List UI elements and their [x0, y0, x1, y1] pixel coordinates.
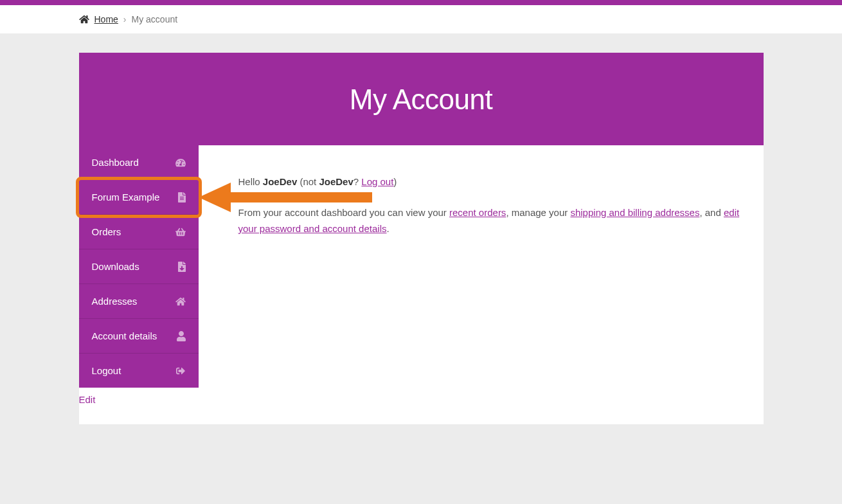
breadcrumb-home-link[interactable]: Home	[94, 14, 118, 24]
sidebar-item-addresses[interactable]: Addresses	[79, 284, 199, 319]
basket-icon	[175, 228, 186, 237]
main-card: My Account Dashboard Forum Example	[79, 53, 764, 388]
user-icon	[177, 331, 186, 341]
text: (not	[297, 176, 319, 187]
breadcrumb-separator: ›	[123, 14, 127, 24]
home-icon	[175, 297, 186, 306]
breadcrumb-current: My account	[132, 14, 178, 24]
sidebar-item-label: Addresses	[92, 296, 175, 307]
sidebar-item-label: Downloads	[92, 261, 178, 272]
text: , and	[699, 207, 724, 218]
page-header: My Account	[79, 53, 764, 145]
file-icon	[178, 192, 186, 203]
sign-out-icon	[175, 366, 186, 375]
topbar	[0, 0, 842, 5]
text: From your account dashboard you can view…	[238, 207, 450, 218]
sidebar-item-dashboard[interactable]: Dashboard	[79, 145, 199, 180]
greeting-text: Hello JoeDev (not JoeDev? Log out)	[238, 174, 757, 190]
text: )	[393, 176, 397, 187]
breadcrumb: Home › My account	[79, 14, 764, 24]
breadcrumb-bar: Home › My account	[0, 5, 842, 33]
sidebar-item-account-details[interactable]: Account details	[79, 319, 199, 354]
sidebar-item-logout[interactable]: Logout	[79, 354, 199, 388]
sidebar-item-label: Logout	[92, 365, 175, 376]
addresses-link[interactable]: shipping and billing addresses	[570, 207, 699, 218]
username: JoeDev	[263, 176, 297, 187]
download-file-icon	[178, 262, 186, 272]
dashboard-icon	[175, 158, 186, 167]
sidebar-item-label: Account details	[92, 330, 177, 341]
sidebar-item-downloads[interactable]: Downloads	[79, 249, 199, 284]
logout-link[interactable]: Log out	[361, 176, 393, 187]
sidebar-item-label: Orders	[92, 226, 175, 237]
username: JoeDev	[319, 176, 353, 187]
sidebar-item-forum-example[interactable]: Forum Example	[79, 180, 199, 215]
home-icon	[79, 15, 89, 24]
text: Hello	[238, 176, 263, 187]
edit-link[interactable]: Edit	[79, 388, 96, 424]
account-sidebar: Dashboard Forum Example	[79, 145, 199, 388]
dashboard-content: Hello JoeDev (not JoeDev? Log out) From …	[199, 145, 764, 280]
sidebar-item-orders[interactable]: Orders	[79, 215, 199, 249]
recent-orders-link[interactable]: recent orders	[449, 207, 506, 218]
text: ?	[354, 176, 362, 187]
dashboard-intro-text: From your account dashboard you can view…	[238, 204, 757, 237]
page-title: My Account	[79, 84, 764, 116]
text: , manage your	[506, 207, 570, 218]
sidebar-item-label: Dashboard	[92, 157, 175, 168]
text: .	[386, 223, 389, 234]
sidebar-item-label: Forum Example	[92, 192, 178, 203]
